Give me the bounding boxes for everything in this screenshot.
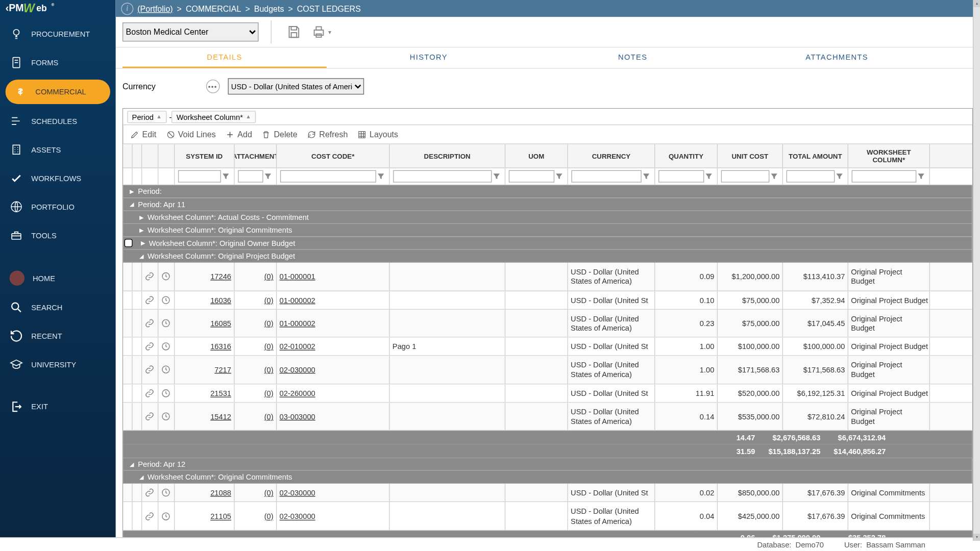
cost-code-link[interactable]: 01-000002 xyxy=(280,318,315,328)
link-icon[interactable] xyxy=(145,488,155,497)
funnel-icon[interactable] xyxy=(221,171,231,181)
table-row[interactable]: 16036(0)01-000002USD - Dollar (United St… xyxy=(123,291,972,309)
system-id-link[interactable]: 7217 xyxy=(215,365,232,374)
system-id-link[interactable]: 21088 xyxy=(210,489,231,497)
group-apr11[interactable]: ◢Period: Apr 11 xyxy=(123,198,972,211)
link-icon[interactable] xyxy=(145,341,155,351)
nav-recent[interactable]: RECENT xyxy=(0,322,116,350)
filter-qty[interactable] xyxy=(658,170,704,182)
table-row[interactable]: 21088(0)02-030000USD - Dollar (United St… xyxy=(123,484,972,502)
funnel-icon[interactable] xyxy=(263,171,273,181)
nav-portfolio[interactable]: PORTFOLIO xyxy=(0,192,116,221)
nav-exit[interactable]: EXIT xyxy=(0,392,116,421)
cost-code-link[interactable]: 02-010002 xyxy=(280,342,315,350)
table-row[interactable]: 21105(0)02-030000USD - Dollar (United St… xyxy=(123,502,972,530)
table-row[interactable]: 15412(0)03-003000USD - Dollar (United St… xyxy=(123,403,972,431)
filter-att[interactable] xyxy=(238,170,263,182)
nav-commercial[interactable]: COMMERCIAL xyxy=(6,80,110,104)
attachment-link[interactable]: (0) xyxy=(264,365,274,374)
system-id-link[interactable]: 16085 xyxy=(210,318,231,328)
link-icon[interactable] xyxy=(145,511,155,521)
cost-code-link[interactable]: 02-030000 xyxy=(280,365,315,374)
currency-select[interactable]: USD - Dollar (United States of America) xyxy=(228,78,364,94)
tab-attachments[interactable]: ATTACHMENTS xyxy=(735,47,939,68)
save-button[interactable] xyxy=(284,22,304,42)
col-description[interactable]: DESCRIPTION xyxy=(390,144,506,167)
scroll-down-icon[interactable]: ▾ xyxy=(973,534,980,541)
nav-university[interactable]: UNIVERSITY xyxy=(0,350,116,379)
system-id-link[interactable]: 21531 xyxy=(210,389,231,397)
edit-button[interactable]: Edit xyxy=(130,130,157,139)
link-icon[interactable] xyxy=(145,388,155,398)
clock-icon[interactable] xyxy=(161,295,171,305)
nav-procurement[interactable]: PROCUREMENT xyxy=(0,20,116,48)
group-worksheet[interactable]: Worksheet Column*▲ xyxy=(172,111,256,123)
attachment-link[interactable]: (0) xyxy=(264,271,274,281)
nav-home[interactable]: HOME xyxy=(0,263,116,293)
attachment-link[interactable]: (0) xyxy=(264,411,274,421)
funnel-icon[interactable] xyxy=(917,171,926,181)
group-orig-project[interactable]: ◢Worksheet Column*: Original Project Bud… xyxy=(123,249,972,262)
clock-icon[interactable] xyxy=(161,341,171,351)
breadcrumb-root[interactable]: (Portfolio) xyxy=(137,4,173,13)
clock-icon[interactable] xyxy=(161,511,171,521)
data-grid[interactable]: SYSTEM ID ATTACHMENT COST CODE* DESCRIPT… xyxy=(123,144,972,541)
clock-icon[interactable] xyxy=(161,365,171,374)
currency-more-button[interactable]: ••• xyxy=(206,80,219,93)
filter-uom[interactable] xyxy=(509,170,554,182)
clock-icon[interactable] xyxy=(161,271,171,281)
filter-cur[interactable] xyxy=(572,170,642,182)
cost-code-link[interactable]: 03-003000 xyxy=(280,411,315,421)
system-id-link[interactable]: 15412 xyxy=(210,411,231,421)
funnel-icon[interactable] xyxy=(554,171,564,181)
group-orig-commit[interactable]: ▶Worksheet Column*: Original Commitments xyxy=(123,224,972,237)
funnel-icon[interactable] xyxy=(376,171,386,181)
layouts-button[interactable]: Layouts xyxy=(357,130,398,139)
filter-code[interactable] xyxy=(280,170,376,182)
col-attachment[interactable]: ATTACHMENT xyxy=(235,144,277,167)
tab-history[interactable]: HISTORY xyxy=(327,47,531,68)
filter-unit[interactable] xyxy=(721,170,770,182)
funnel-icon[interactable] xyxy=(835,171,845,181)
link-icon[interactable] xyxy=(145,318,155,328)
nav-schedules[interactable]: SCHEDULES xyxy=(0,107,116,135)
group-orig-commit-2[interactable]: ◢Worksheet Column*: Original Commitments xyxy=(123,471,972,484)
nav-assets[interactable]: ASSETS xyxy=(0,135,116,164)
attachment-link[interactable]: (0) xyxy=(264,389,274,397)
nav-search[interactable]: SEARCH xyxy=(0,293,116,322)
tab-notes[interactable]: NOTES xyxy=(531,47,735,68)
system-id-link[interactable]: 16316 xyxy=(210,342,231,350)
col-quantity[interactable]: QUANTITY xyxy=(655,144,718,167)
cost-code-link[interactable]: 01-000001 xyxy=(280,271,315,281)
table-row[interactable]: 21531(0)02-260000USD - Dollar (United St… xyxy=(123,384,972,403)
group-actual-costs[interactable]: ▶Worksheet Column*: Actual Costs - Commi… xyxy=(123,211,972,223)
attachment-link[interactable]: (0) xyxy=(264,318,274,328)
link-icon[interactable] xyxy=(145,271,155,281)
refresh-button[interactable]: Refresh xyxy=(307,130,348,139)
col-total[interactable]: TOTAL AMOUNT xyxy=(783,144,848,167)
table-row[interactable]: 17246(0)01-000001USD - Dollar (United St… xyxy=(123,263,972,291)
col-systemid[interactable]: SYSTEM ID xyxy=(175,144,235,167)
funnel-icon[interactable] xyxy=(770,171,779,181)
scroll-up-icon[interactable]: ▴ xyxy=(973,0,980,7)
col-currency[interactable]: CURRENCY xyxy=(568,144,655,167)
print-button[interactable]: ▾ xyxy=(311,22,331,42)
col-uom[interactable]: UOM xyxy=(505,144,568,167)
void-button[interactable]: Void Lines xyxy=(166,130,216,139)
nav-workflows[interactable]: WORKFLOWS xyxy=(0,164,116,192)
link-icon[interactable] xyxy=(145,412,155,421)
delete-button[interactable]: Delete xyxy=(261,130,297,139)
scrollbar[interactable]: ▴▾ xyxy=(973,0,980,541)
attachment-link[interactable]: (0) xyxy=(264,489,274,497)
cost-code-link[interactable]: 02-030000 xyxy=(280,511,315,521)
funnel-icon[interactable] xyxy=(492,171,502,181)
clock-icon[interactable] xyxy=(161,488,171,497)
clock-icon[interactable] xyxy=(161,412,171,421)
group-period[interactable]: Period▲ xyxy=(127,111,166,123)
table-row[interactable]: 7217(0)02-030000USD - Dollar (United Sta… xyxy=(123,356,972,384)
group-period-empty[interactable]: ▶Period: xyxy=(123,185,972,198)
cost-code-link[interactable]: 02-030000 xyxy=(280,489,315,497)
clock-icon[interactable] xyxy=(161,318,171,328)
attachment-link[interactable]: (0) xyxy=(264,511,274,521)
clock-icon[interactable] xyxy=(161,388,171,398)
